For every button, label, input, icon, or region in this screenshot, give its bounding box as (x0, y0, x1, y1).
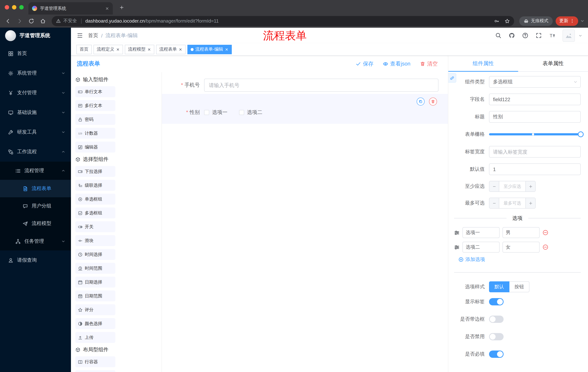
tag-process-form[interactable]: 流程表单 (156, 45, 186, 54)
tab-close-button[interactable] (105, 6, 109, 10)
palette-item-time-range[interactable]: 时间范围 (75, 263, 115, 274)
palette-item-switch[interactable]: 开关 (75, 221, 115, 232)
label-width-input[interactable] (489, 146, 581, 158)
option-name-input-2[interactable] (462, 242, 500, 253)
palette-item-input[interactable]: 单行文本 (75, 86, 115, 97)
gender-field-selected[interactable]: 性别 选项一选项二 (162, 94, 448, 124)
github-button[interactable] (509, 32, 515, 39)
tag-process-definition[interactable]: 流程定义 (94, 45, 123, 54)
palette-item-date-range[interactable]: 日期范围 (75, 290, 115, 301)
field-name-input[interactable] (489, 94, 581, 105)
palette-item-textarea[interactable]: 多行文本 (75, 100, 115, 111)
style-default-button[interactable]: 默认 (489, 281, 509, 292)
back-button[interactable] (3, 16, 13, 26)
breadcrumb-home[interactable]: 首页 (88, 32, 98, 39)
sidebar-item-home[interactable]: 首页 (0, 44, 71, 63)
border-switch[interactable] (489, 316, 504, 323)
option-value-input-1[interactable] (503, 227, 540, 238)
sidebar-item-process-manage[interactable]: 流程管理 (0, 162, 71, 180)
clear-button[interactable]: 清空 (420, 60, 438, 67)
required-switch[interactable] (489, 351, 504, 358)
max-increment-button[interactable] (525, 198, 535, 208)
sidebar-item-process-model[interactable]: 流程模型 (0, 215, 71, 232)
slider-handle[interactable] (578, 131, 584, 137)
tab-form-props[interactable]: 表单属性 (518, 56, 588, 71)
sidebar-item-leave-query[interactable]: 请假查询 (0, 250, 71, 270)
tag-home[interactable]: 首页 (76, 45, 92, 54)
title-input[interactable] (489, 111, 581, 123)
sidebar-item-system[interactable]: 系统管理 (0, 63, 71, 83)
palette-item-button[interactable]: 按钮 (75, 370, 115, 372)
max-decrement-button[interactable] (489, 198, 499, 208)
palette-item-rate[interactable]: 评分 (75, 304, 115, 315)
remove-option-button-2[interactable] (543, 244, 548, 250)
palette-item-cascader[interactable]: 级联选择 (75, 180, 115, 191)
sidebar-item-devtools[interactable]: 研发工具 (0, 122, 71, 142)
slider-track[interactable] (489, 133, 581, 135)
palette-item-upload[interactable]: 上传 (75, 332, 115, 343)
link-badge[interactable] (448, 73, 456, 83)
save-button[interactable]: 保存 (356, 60, 374, 67)
new-tab-button[interactable] (119, 5, 124, 10)
sidebar-item-infra[interactable]: 基础设施 (0, 103, 71, 122)
palette-item-date[interactable]: 日期选择 (75, 277, 115, 287)
palette-item-slider[interactable]: 滑块 (75, 235, 115, 246)
max-stepper-placeholder[interactable]: 最多可选 (499, 198, 525, 208)
sidebar-item-user-group[interactable]: 用户分组 (0, 197, 71, 215)
reload-button[interactable] (26, 16, 36, 26)
forward-button[interactable] (15, 16, 25, 26)
palette-item-radio-group[interactable]: 单选框组 (75, 194, 115, 205)
view-json-button[interactable]: 查看json (383, 60, 410, 67)
copy-field-button[interactable] (417, 97, 425, 106)
gender-checkbox-2[interactable]: 选项二 (239, 109, 262, 116)
fullscreen-button[interactable] (536, 32, 542, 39)
tag-process-model[interactable]: 流程模型 (125, 45, 154, 54)
min-stepper-placeholder[interactable]: 至少应选 (499, 181, 525, 191)
palette-item-counter[interactable]: 123计数器 (75, 128, 115, 139)
palette-item-time[interactable]: 时间选择 (75, 249, 115, 260)
window-minimize-button[interactable] (12, 5, 16, 10)
sidebar-item-process-form[interactable]: 流程表单 (0, 180, 71, 197)
password-manager-icon[interactable] (494, 18, 499, 23)
avatar-caret-icon[interactable] (578, 34, 582, 37)
component-type-select[interactable]: 多选框组 (489, 76, 581, 88)
gender-checkbox-1[interactable]: 选项一 (204, 109, 227, 116)
min-increment-button[interactable] (525, 181, 535, 191)
min-decrement-button[interactable] (489, 181, 499, 191)
bookmark-icon[interactable] (505, 18, 510, 23)
form-canvas[interactable]: 手机号 性别 选项一选项二 (162, 72, 448, 372)
url-text[interactable]: dashboard.yudao.iocoder.cn/bpm/manager/f… (85, 18, 489, 24)
show-label-switch[interactable] (489, 298, 504, 305)
sidebar-item-payment[interactable]: 支付管理 (0, 83, 71, 103)
docs-button[interactable] (522, 32, 528, 39)
toolbar-chevron-icon[interactable] (580, 19, 584, 23)
palette-item-checkbox-group[interactable]: 多选框组 (75, 207, 115, 218)
home-button[interactable] (38, 16, 48, 26)
update-button[interactable]: 更新 (556, 16, 578, 26)
tab-component-props[interactable]: 组件属性 (448, 56, 518, 71)
phone-input[interactable] (204, 79, 439, 92)
tag-process-form-edit[interactable]: 流程表单-编辑 (187, 45, 232, 54)
sidebar-item-workflow[interactable]: 工作流程 (0, 142, 71, 162)
phone-field[interactable]: 手机号 (162, 79, 448, 92)
palette-item-password[interactable]: 密码 (75, 114, 115, 125)
window-close-button[interactable] (5, 5, 9, 10)
fontsize-button[interactable]: T (549, 32, 555, 39)
sidebar-collapse-button[interactable] (77, 32, 83, 39)
add-option-button[interactable]: 添加选项 (459, 256, 581, 263)
disabled-switch[interactable] (489, 333, 504, 340)
palette-item-editor[interactable]: 编辑器 (75, 142, 115, 152)
window-zoom-button[interactable] (19, 5, 24, 10)
address-bar[interactable]: 不安全 dashboard.yudao.iocoder.cn/bpm/manag… (52, 16, 514, 26)
option-name-input-1[interactable] (462, 227, 500, 238)
palette-item-select[interactable]: 下拉选择 (75, 166, 115, 177)
palette-item-color[interactable]: 颜色选择 (75, 318, 115, 329)
search-button[interactable] (495, 32, 501, 39)
remove-option-button-1[interactable] (543, 230, 548, 235)
delete-field-button[interactable] (429, 97, 437, 106)
app-logo[interactable]: 芋道管理系统 (0, 28, 71, 44)
palette-item-row[interactable]: 行容器 (75, 356, 115, 367)
browser-tab[interactable]: 芋道管理系统 (28, 2, 113, 15)
default-value-input[interactable] (489, 163, 581, 175)
form-grid-slider[interactable] (489, 128, 581, 140)
